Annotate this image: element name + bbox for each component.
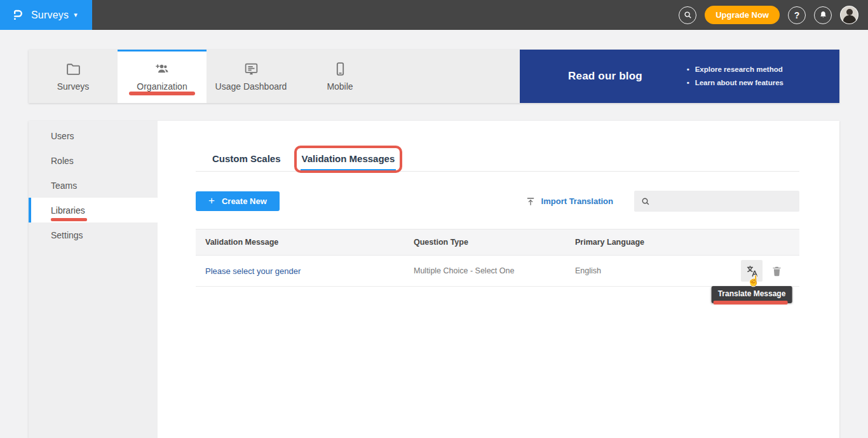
create-new-label: Create New: [222, 196, 267, 206]
product-name: Surveys: [31, 10, 69, 21]
question-mark-icon: ?: [794, 10, 800, 20]
tab-label: Validation Messages: [302, 153, 395, 164]
notifications-button[interactable]: [814, 6, 832, 24]
add-people-icon: [154, 61, 170, 77]
nav-tab-mobile[interactable]: Mobile: [295, 50, 384, 103]
user-avatar[interactable]: [840, 6, 858, 24]
topbar-actions: Upgrade Now ?: [679, 6, 868, 24]
column-header-question-type: Question Type: [414, 238, 575, 247]
blog-banner-bullets: • Explore research method • Learn about …: [687, 63, 783, 90]
libraries-content: Custom Scales Validation Messages + Crea…: [158, 121, 839, 438]
bell-icon: [818, 10, 828, 20]
tooltip-label: Translate Message: [718, 289, 786, 298]
sidebar-item-libraries[interactable]: Libraries: [29, 198, 158, 222]
nav-tab-organization[interactable]: Organization: [118, 50, 207, 103]
topbar: Surveys ▾ Upgrade Now ?: [0, 0, 868, 30]
sidebar-item-users[interactable]: Users: [29, 123, 158, 148]
validation-messages-table: Validation Message Question Type Primary…: [196, 229, 799, 287]
search-icon: [683, 10, 693, 20]
translate-icon: [745, 264, 759, 278]
blog-bullet-text: Learn about new features: [695, 76, 783, 90]
blog-banner[interactable]: Read our blog • Explore research method …: [520, 50, 839, 103]
annotation-underline-libraries: [51, 218, 87, 221]
question-type-cell: Multiple Choice - Select One: [414, 266, 575, 275]
annotation-underline-tooltip: [714, 301, 788, 305]
primary-nav-strip: Surveys Organization: [29, 50, 839, 103]
trash-icon: [771, 265, 783, 277]
nav-tab-label: Surveys: [57, 81, 90, 92]
validation-toolbar: + Create New Import Translation: [196, 191, 799, 212]
row-actions: ☝ Translate Message: [717, 260, 799, 282]
sidebar-item-label: Users: [51, 131, 74, 141]
import-translation-label: Import Translation: [541, 196, 613, 206]
library-tabs: Custom Scales Validation Messages: [196, 149, 799, 172]
upload-icon: [526, 196, 536, 207]
search-button[interactable]: [679, 6, 696, 24]
column-header-validation-message: Validation Message: [196, 238, 414, 247]
search-input[interactable]: [656, 196, 793, 206]
nav-tab-label: Usage Dashboard: [215, 81, 287, 92]
chevron-down-icon: ▾: [74, 11, 78, 19]
bullet-icon: •: [687, 63, 689, 76]
folder-icon: [65, 61, 81, 77]
sidebar-item-label: Teams: [51, 181, 77, 191]
sidebar-item-teams[interactable]: Teams: [29, 173, 158, 198]
sidebar-item-label: Roles: [51, 156, 74, 166]
questionpro-logo-icon: [10, 8, 25, 23]
blog-bullet-item: • Learn about new features: [687, 76, 783, 90]
blog-bullet-text: Explore research method: [695, 63, 783, 76]
nav-tab-usage-dashboard[interactable]: Usage Dashboard: [207, 50, 295, 103]
annotation-underline-organization: [129, 92, 195, 95]
primary-language-cell: English: [575, 266, 717, 275]
nav-tab-label: Mobile: [327, 81, 353, 92]
translate-tooltip: Translate Message: [712, 286, 792, 303]
sidebar-item-roles[interactable]: Roles: [29, 148, 158, 173]
primary-nav-tabs: Surveys Organization: [29, 50, 384, 103]
product-switcher[interactable]: Surveys ▾: [0, 0, 92, 30]
nav-tab-label: Organization: [137, 81, 187, 92]
upgrade-now-button[interactable]: Upgrade Now: [705, 6, 780, 24]
sidebar-item-settings[interactable]: Settings: [29, 222, 158, 247]
search-icon: [641, 196, 651, 207]
translate-message-button[interactable]: [741, 260, 763, 282]
validation-message-link[interactable]: Please select your gender: [205, 266, 301, 276]
translate-action-wrap: ☝ Translate Message: [741, 260, 763, 282]
sidebar-item-label: Libraries: [51, 205, 85, 216]
tab-validation-messages[interactable]: Validation Messages: [301, 149, 397, 171]
table-search-box: [634, 191, 799, 212]
table-header-row: Validation Message Question Type Primary…: [196, 229, 799, 256]
bullet-icon: •: [687, 76, 689, 90]
import-translation-link[interactable]: Import Translation: [526, 196, 613, 207]
sidebar-item-label: Settings: [51, 230, 83, 240]
plus-icon: +: [208, 195, 215, 206]
tab-custom-scales[interactable]: Custom Scales: [211, 149, 282, 171]
organization-panel: Users Roles Teams Libraries Settings Cus…: [29, 121, 839, 438]
blog-bullet-item: • Explore research method: [687, 63, 783, 76]
delete-message-button[interactable]: [771, 265, 783, 277]
organization-sidebar: Users Roles Teams Libraries Settings: [29, 121, 158, 438]
column-header-primary-language: Primary Language: [575, 238, 717, 247]
dashboard-icon: [243, 61, 259, 77]
blog-banner-title: Read our blog: [568, 70, 642, 83]
create-new-button[interactable]: + Create New: [196, 191, 280, 211]
toolbar-right: Import Translation: [526, 191, 799, 212]
table-row: Please select your gender Multiple Choic…: [196, 256, 799, 287]
mobile-icon: [332, 61, 348, 77]
help-button[interactable]: ?: [788, 6, 806, 24]
nav-tab-surveys[interactable]: Surveys: [29, 50, 118, 103]
